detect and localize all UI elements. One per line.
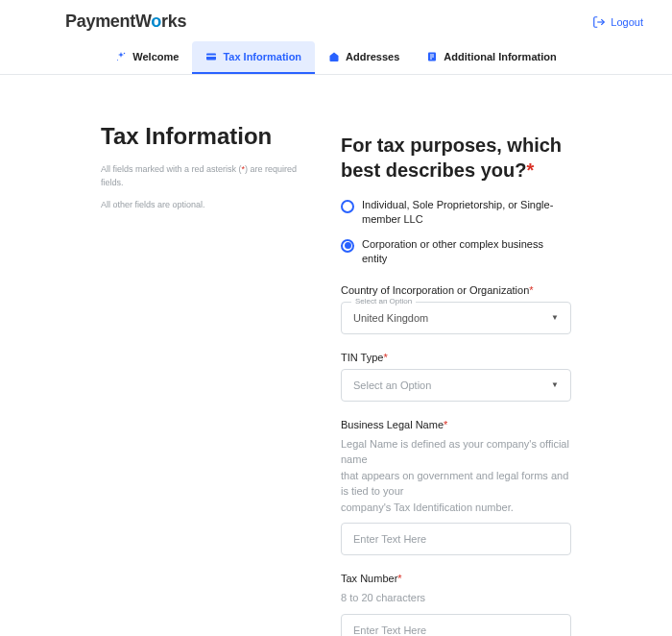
svg-point-2 — [117, 60, 118, 61]
business-legal-name-input[interactable] — [353, 533, 559, 545]
chevron-down-icon: ▼ — [551, 313, 559, 322]
business-legal-name-help: Legal Name is defined as your company's … — [341, 436, 571, 516]
select-placeholder: Select an Option — [353, 379, 431, 391]
tax-number-help: 8 to 20 characters — [341, 590, 571, 606]
tab-bar: Welcome Tax Information Addresses Additi… — [0, 41, 672, 75]
float-label: Select an Option — [351, 297, 416, 306]
optional-note: All other fields are optional. — [101, 199, 302, 212]
tab-label: Additional Information — [444, 51, 556, 62]
radio-option-individual[interactable]: Individual, Sole Proprietorship, or Sing… — [341, 198, 571, 228]
select-value: United Kingdom — [353, 312, 428, 324]
sparkle-icon — [115, 51, 127, 62]
card-icon — [205, 51, 217, 62]
entity-type-radio-group: Individual, Sole Proprietorship, or Sing… — [341, 198, 571, 267]
radio-icon — [341, 200, 354, 213]
tax-number-label: Tax Number* — [341, 573, 571, 584]
radio-option-corporation[interactable]: Corporation or other complex business en… — [341, 237, 571, 267]
radio-label: Corporation or other complex business en… — [362, 237, 571, 267]
tax-number-input[interactable] — [353, 624, 559, 636]
country-select[interactable]: Select an Option United Kingdom ▼ — [341, 302, 571, 334]
tin-type-select[interactable]: Select an Option ▼ — [341, 369, 571, 402]
page-title: Tax Information — [101, 123, 302, 150]
country-label: Country of Incorporation or Organization… — [341, 284, 571, 296]
radio-icon — [341, 239, 354, 253]
tab-welcome[interactable]: Welcome — [102, 41, 192, 74]
tab-label: Tax Information — [223, 51, 301, 62]
chevron-down-icon: ▼ — [551, 380, 559, 389]
business-legal-name-input-wrapper — [341, 523, 571, 555]
business-legal-name-label: Business Legal Name* — [341, 419, 571, 430]
tab-addresses[interactable]: Addresses — [315, 41, 413, 74]
logout-icon — [592, 15, 606, 29]
logout-button[interactable]: Logout — [592, 15, 643, 29]
document-icon — [426, 51, 438, 62]
tin-type-label: TIN Type* — [341, 352, 571, 363]
question-heading: For tax purposes, which best describes y… — [341, 133, 571, 183]
required-note: All fields marked with a red asterisk (*… — [101, 163, 302, 189]
tab-tax-information[interactable]: Tax Information — [192, 41, 315, 74]
svg-rect-4 — [206, 56, 216, 58]
svg-point-1 — [124, 53, 126, 55]
tab-additional-information[interactable]: Additional Information — [413, 41, 569, 74]
tab-label: Welcome — [132, 51, 179, 62]
logout-label: Logout — [611, 16, 643, 28]
radio-label: Individual, Sole Proprietorship, or Sing… — [362, 198, 571, 228]
home-icon — [328, 51, 340, 62]
logo: PaymentWorks — [65, 12, 186, 32]
tab-label: Addresses — [346, 51, 399, 62]
tax-number-input-wrapper — [341, 614, 571, 636]
